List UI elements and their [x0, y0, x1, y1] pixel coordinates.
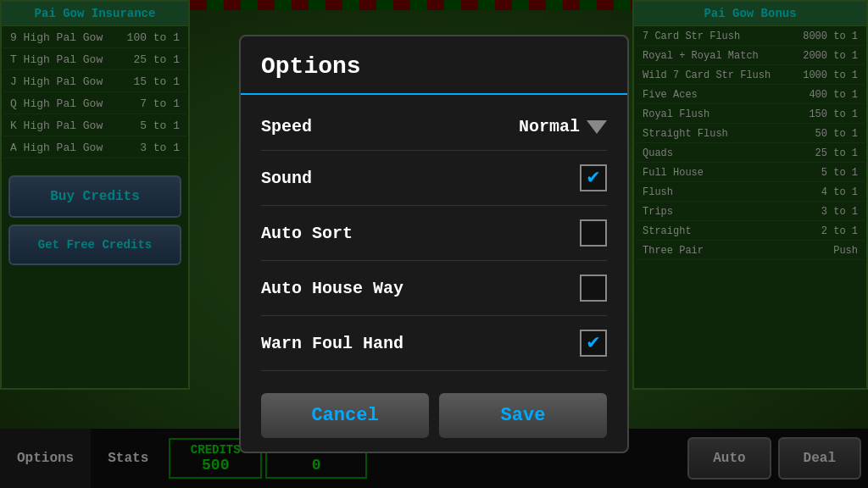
speed-dropdown-arrow[interactable]: [587, 120, 607, 134]
modal-overlay: Options Speed Normal Sound ✔: [0, 0, 868, 488]
autosort-label: Auto Sort: [261, 224, 353, 243]
speed-option-row: Speed Normal: [261, 103, 607, 151]
speed-label: Speed: [261, 117, 312, 136]
save-button[interactable]: Save: [439, 393, 607, 438]
sound-control: ✔: [580, 164, 607, 191]
options-modal: Options Speed Normal Sound ✔: [239, 35, 629, 453]
autohouseway-control: [580, 274, 607, 302]
autohouseway-checkbox[interactable]: [580, 274, 607, 302]
warnfoul-checkmark: ✔: [587, 333, 599, 353]
modal-body: Speed Normal Sound ✔: [241, 95, 627, 380]
sound-label: Sound: [261, 169, 312, 188]
modal-footer: Cancel Save: [241, 380, 627, 452]
cancel-button[interactable]: Cancel: [261, 393, 429, 438]
modal-title: Options: [241, 36, 627, 95]
sound-checkmark: ✔: [587, 168, 599, 188]
autohouseway-label: Auto House Way: [261, 279, 403, 298]
sound-option-row: Sound ✔: [261, 151, 607, 206]
speed-value: Normal: [519, 117, 580, 136]
warnfoul-checkbox[interactable]: ✔: [580, 330, 607, 357]
warnfoul-option-row: Warn Foul Hand ✔: [261, 316, 607, 371]
sound-checkbox[interactable]: ✔: [580, 164, 607, 191]
speed-control[interactable]: Normal: [519, 117, 607, 136]
autosort-option-row: Auto Sort: [261, 206, 607, 261]
warnfoul-control: ✔: [580, 330, 607, 357]
autosort-checkbox[interactable]: [580, 219, 607, 247]
game-table: Pai Gow Insurance 9 High Pal Gow 100 to …: [0, 0, 868, 488]
autosort-control: [580, 219, 607, 247]
autohouseway-option-row: Auto House Way: [261, 261, 607, 316]
warnfoul-label: Warn Foul Hand: [261, 334, 403, 353]
